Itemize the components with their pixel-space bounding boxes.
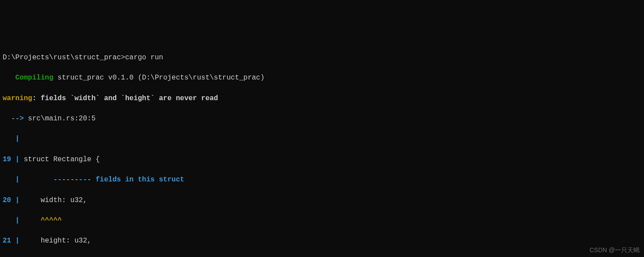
arrow-indicator: --> <box>3 115 28 123</box>
line-number-20: 20 <box>3 196 11 204</box>
warning-label: warning <box>3 94 32 102</box>
compiling-label: Compiling <box>15 74 53 82</box>
line-number-21: 21 <box>3 237 11 245</box>
prompt-path: D:\Projects\rust\struct_prac> <box>3 54 125 62</box>
command-text: cargo run <box>125 54 163 62</box>
gutter-pipe: | <box>3 217 19 224</box>
gutter-pipe: | <box>3 176 19 184</box>
caret-width: ^^^^^ <box>40 217 62 224</box>
gutter-pipe: | <box>3 135 19 143</box>
compiling-detail: struct_prac v0.1.0 (D:\Projects\rust\str… <box>53 74 264 82</box>
terminal-output[interactable]: D:\Projects\rust\struct_prac>cargo run C… <box>3 43 641 257</box>
line-number-19: 19 <box>3 156 11 163</box>
code-line-20: width: u32, <box>19 196 87 204</box>
code-line-19: struct Rectangle { <box>19 156 99 163</box>
warning-message: : fields `width` and `height` are never … <box>32 94 218 102</box>
struct-note: fields in this struct <box>91 176 184 184</box>
watermark-text: CSDN @一只天蝎 <box>589 246 640 254</box>
source-location: src\main.rs:20:5 <box>28 115 96 123</box>
code-line-21: height: u32, <box>19 237 91 245</box>
struct-underline: --------- <box>53 176 91 184</box>
